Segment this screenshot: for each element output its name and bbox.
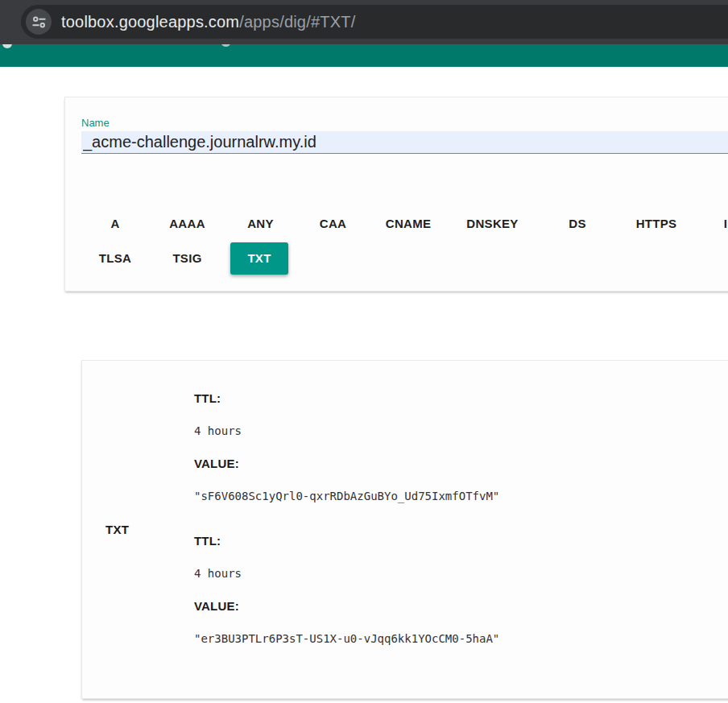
tab-ds[interactable]: DS	[537, 207, 618, 240]
app-header-bar	[0, 44, 728, 67]
value-label: VALUE:	[194, 599, 239, 613]
url-text: toolbox.googleapps.com/apps/dig/#TXT/	[61, 13, 355, 31]
value-label: VALUE:	[194, 457, 239, 470]
txt-record-1: TTL: 4 hours VALUE: "sF6V608Sc1yQrl0-qxr…	[194, 391, 499, 503]
header-partial-glyph	[2, 44, 12, 48]
tab-aaaa[interactable]: AAAA	[151, 207, 224, 240]
txt-record-value: "er3BU3PTLr6P3sT-US1X-u0-vJqq6kk1YOcCM0-…	[194, 632, 499, 645]
tab-caa[interactable]: CAA	[297, 207, 369, 240]
name-field-label: Name	[81, 117, 728, 130]
header-partial-glyph	[221, 44, 230, 47]
ttl-label: TTL:	[194, 534, 221, 548]
browser-url-bar: toolbox.googleapps.com/apps/dig/#TXT/	[0, 0, 728, 44]
tab-a[interactable]: A	[80, 207, 151, 240]
tab-https[interactable]: HTTPS	[618, 207, 695, 240]
omnibox[interactable]: toolbox.googleapps.com/apps/dig/#TXT/	[21, 5, 728, 39]
txt-record-2: TTL: 4 hours VALUE: "er3BU3PTLr6P3sT-US1…	[194, 534, 499, 646]
tab-dnskey[interactable]: DNSKEY	[448, 207, 537, 240]
dig-results-card: TXT TTL: 4 hours VALUE: "sF6V608Sc1yQrl0…	[81, 360, 728, 699]
name-input[interactable]	[81, 131, 728, 154]
dig-query-card: Name A AAAA ANY CAA CNAME DNSKEY DS HTTP…	[64, 97, 728, 292]
tune-icon	[32, 15, 46, 29]
record-type-tabs-row1: A AAAA ANY CAA CNAME DNSKEY DS HTTPS IPS…	[80, 207, 728, 240]
url-path: /apps/dig/#TXT/	[239, 13, 355, 31]
ttl-label: TTL:	[194, 391, 221, 405]
tab-ipseckey[interactable]: IPSECKEY	[695, 207, 728, 240]
ttl-value: 4 hours	[194, 424, 242, 437]
url-domain: toolbox.googleapps.com	[61, 13, 239, 31]
txt-record-value: "sF6V608Sc1yQrl0-qxrRDbAzGuBYo_Ud75IxmfO…	[194, 490, 499, 502]
tab-txt[interactable]: TXT	[224, 242, 295, 275]
record-type-label: TXT	[82, 361, 194, 698]
ttl-value: 4 hours	[194, 567, 242, 580]
tab-any[interactable]: ANY	[224, 207, 297, 240]
tab-tlsa[interactable]: TLSA	[80, 242, 151, 275]
tab-txt-selected-button[interactable]: TXT	[230, 242, 288, 275]
records-column: TTL: 4 hours VALUE: "sF6V608Sc1yQrl0-qxr…	[194, 361, 499, 698]
record-type-tabs-row2: TLSA TSIG TXT	[80, 242, 728, 275]
site-info-button[interactable]	[26, 9, 52, 35]
tab-cname[interactable]: CNAME	[369, 207, 448, 240]
tab-tsig[interactable]: TSIG	[151, 242, 224, 275]
